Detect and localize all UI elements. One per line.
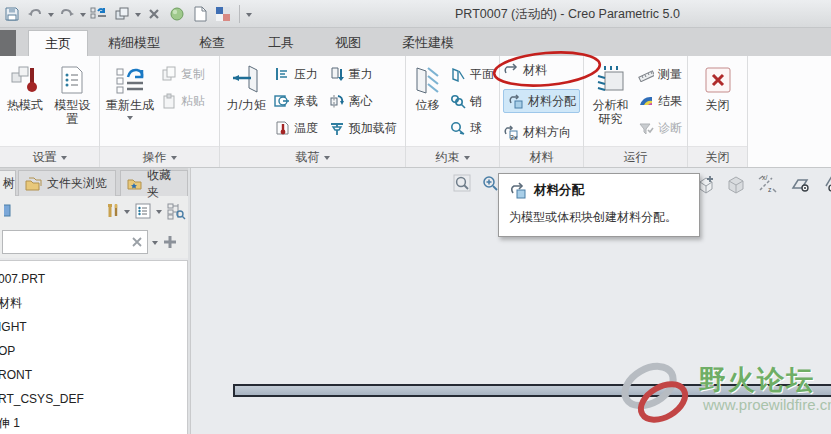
- watermark: 野火论坛 www.proewildfire.cn: [611, 360, 831, 430]
- svg-text:2x: 2x: [510, 134, 518, 140]
- tab-refine-model[interactable]: 精细模型: [96, 30, 172, 56]
- gravity-button[interactable]: 重力: [329, 62, 400, 86]
- tree-filters-dropdown-icon[interactable]: [156, 210, 162, 217]
- regenerate-dropdown-icon[interactable]: [127, 116, 133, 123]
- preload-button[interactable]: 预加载荷: [329, 116, 400, 140]
- graphics-area[interactable]: x/z 野火论坛 www.proewildfire.cn 材: [191, 168, 831, 434]
- bearing-icon: [274, 93, 290, 109]
- axis-display-icon[interactable]: [822, 174, 831, 194]
- tree-item-material[interactable]: 材料: [0, 291, 187, 315]
- measure-button[interactable]: 测量: [638, 62, 682, 86]
- model-setup-icon: [59, 62, 85, 98]
- tree-display-settings-icon[interactable]: [166, 202, 186, 220]
- group-label-settings[interactable]: 设置: [0, 146, 99, 167]
- tree-item-top[interactable]: OP: [0, 339, 187, 363]
- pin-icon: [450, 93, 466, 109]
- material-icon: [503, 63, 519, 77]
- expand-add-icon[interactable]: [162, 234, 178, 250]
- group-label-operations[interactable]: 操作: [100, 146, 219, 167]
- pin-button[interactable]: 销: [450, 89, 494, 113]
- tab-home[interactable]: 主页: [28, 30, 88, 56]
- tree-item-extrude[interactable]: 伸 1: [0, 411, 187, 434]
- group-label-materials[interactable]: 材料: [500, 146, 583, 167]
- tree-item-root[interactable]: 007.PRT: [0, 267, 187, 291]
- force-moment-icon: [231, 62, 261, 98]
- tooltip-description: 为模型或体积块创建材料分配。: [509, 209, 689, 226]
- displacement-icon: [414, 62, 442, 98]
- material-orientation-icon: 2x: [503, 125, 519, 140]
- tree-tools-icon[interactable]: [100, 202, 120, 220]
- constraints-small-buttons: 平面 销 球: [448, 59, 496, 146]
- group-label-run[interactable]: 运行: [584, 146, 687, 167]
- heat-mode-button[interactable]: 热模式: [3, 59, 47, 146]
- redo-dropdown-icon[interactable]: [80, 13, 86, 20]
- search-input[interactable]: [5, 233, 125, 251]
- tab-favorites[interactable]: 收藏夹: [120, 170, 188, 196]
- search-clear-icon[interactable]: [131, 236, 143, 248]
- creo-window: PRT0007 (活动的) - Creo Parametric 5.0 主页 精…: [0, 0, 831, 434]
- analyses-button[interactable]: 分析和研究: [587, 59, 634, 146]
- window-dropdown-icon[interactable]: [135, 13, 141, 20]
- diagnostics-button[interactable]: 诊断: [638, 116, 682, 140]
- regenerate-icon: [115, 62, 145, 98]
- force-moment-button[interactable]: 力/力矩: [223, 59, 270, 146]
- undo-icon[interactable]: [25, 3, 45, 25]
- model-setup-button[interactable]: 模型设置: [49, 59, 96, 146]
- regenerate-quick-icon[interactable]: [89, 3, 109, 25]
- ribbon-group-run: 分析和研究 测量 结果 诊断: [584, 56, 688, 167]
- title-bar: PRT0007 (活动的) - Creo Parametric 5.0: [0, 0, 831, 28]
- group-label-constraints[interactable]: 约束: [406, 146, 499, 167]
- close-button[interactable]: 关闭: [696, 59, 740, 146]
- tree-tools-dropdown-icon[interactable]: [124, 210, 130, 217]
- tab-flexible-modeling[interactable]: 柔性建模: [388, 30, 468, 56]
- tab-view[interactable]: 视图: [320, 30, 376, 56]
- search-dropdown-icon[interactable]: [152, 241, 158, 248]
- group-label-close[interactable]: 关闭: [688, 146, 747, 167]
- tree-filters-icon[interactable]: [134, 202, 152, 220]
- planar-button[interactable]: 平面: [450, 62, 494, 86]
- tree-item-front[interactable]: RONT: [0, 363, 187, 387]
- loads-column-2: 重力 离心 预加载荷: [327, 59, 402, 146]
- datum-display-icon[interactable]: x/z: [756, 174, 778, 194]
- zoom-icon[interactable]: [453, 174, 471, 192]
- new-file-icon[interactable]: [190, 3, 210, 25]
- paste-button[interactable]: 粘贴: [161, 89, 205, 113]
- pressure-button[interactable]: 压力: [274, 62, 323, 86]
- ball-button[interactable]: 球: [450, 116, 494, 140]
- undo-dropdown-icon[interactable]: [48, 13, 54, 20]
- temperature-button[interactable]: 温度: [274, 116, 323, 140]
- plane-display-icon[interactable]: [788, 174, 812, 194]
- heat-mode-icon: [10, 62, 40, 98]
- tab-folder-browser[interactable]: 文件夹浏览: [18, 170, 116, 196]
- displacement-button[interactable]: 位移: [409, 59, 446, 146]
- web-browser-icon[interactable]: [167, 3, 187, 25]
- close-window-icon[interactable]: [144, 3, 164, 25]
- zoom-in-icon[interactable]: [481, 174, 499, 192]
- group-label-loads[interactable]: 载荷: [220, 146, 405, 167]
- material-assignment-button[interactable]: 材料分配: [503, 89, 580, 113]
- window-manager-icon[interactable]: [112, 3, 132, 25]
- bearing-button[interactable]: 承载: [274, 89, 323, 113]
- results-button[interactable]: 结果: [638, 89, 682, 113]
- save-icon[interactable]: [2, 3, 22, 25]
- tab-model-tree[interactable]: 树: [0, 170, 16, 196]
- tab-inspect[interactable]: 检查: [184, 30, 240, 56]
- display-style-icon[interactable]: [726, 174, 746, 194]
- centrifugal-button[interactable]: 离心: [329, 89, 400, 113]
- qat-customize-icon[interactable]: [246, 13, 252, 20]
- material-button[interactable]: 材料: [503, 58, 580, 82]
- redo-icon[interactable]: [57, 3, 77, 25]
- regenerate-button[interactable]: 重新生成: [103, 59, 157, 146]
- measure-icon: [638, 66, 654, 82]
- loads-overflow-icon: [324, 156, 330, 163]
- tree-item-right[interactable]: IGHT: [0, 315, 187, 339]
- qat-separator: [239, 5, 240, 23]
- copy-button[interactable]: 复制: [161, 62, 205, 86]
- appearance-gallery-icon[interactable]: [213, 3, 233, 25]
- tab-tools[interactable]: 工具: [252, 30, 310, 56]
- file-menu-stub[interactable]: [0, 30, 16, 56]
- material-orientation-button[interactable]: 2x 材料方向: [503, 120, 580, 144]
- operations-overflow-icon: [171, 156, 177, 163]
- tree-item-csys[interactable]: RT_CSYS_DEF: [0, 387, 187, 411]
- navigator-panel: 树 文件夹浏览 收藏夹: [0, 168, 190, 434]
